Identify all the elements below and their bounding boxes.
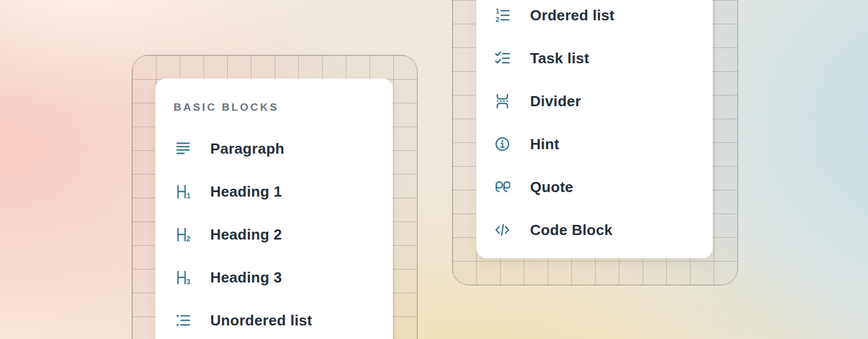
section-label: BASIC BLOCKS [173, 101, 279, 114]
menu-item-task-list[interactable]: Task list [476, 37, 713, 80]
svg-text:1: 1 [496, 7, 500, 15]
menu-item-code-block[interactable]: Code Block [476, 208, 713, 251]
menu-item-unordered-list[interactable]: Unordered list [155, 299, 393, 339]
task-list-icon [494, 50, 510, 66]
svg-text:1: 1 [186, 192, 190, 199]
menu-item-label: Heading 1 [210, 183, 282, 201]
menu-item-label: Divider [530, 93, 581, 110]
svg-text:2: 2 [496, 16, 500, 23]
paragraph-icon [175, 141, 191, 157]
menu-item-label: Unordered list [210, 312, 312, 329]
unordered-list-icon [175, 312, 191, 328]
menu-item-label: Task list [530, 50, 589, 67]
menu-item-heading-2[interactable]: 2 Heading 2 [155, 213, 393, 256]
menu-item-heading-3[interactable]: 3 Heading 3 [155, 256, 393, 299]
menu-item-label: Heading 3 [210, 269, 282, 286]
divider-icon [494, 93, 510, 109]
menu-item-label: Code Block [530, 221, 613, 239]
blocks-menu-continued: 1 2 Ordered list [476, 0, 713, 258]
basic-blocks-menu: BASIC BLOCKS Paragraph 1 Heading 1 [155, 79, 393, 339]
menu-item-label: Hint [530, 136, 559, 153]
menu-item-quote[interactable]: Quote [476, 166, 713, 208]
menu-item-label: Heading 2 [210, 226, 282, 244]
menu-item-label: Ordered list [530, 7, 615, 24]
menu-item-hint[interactable]: Hint [476, 123, 713, 166]
heading-1-icon: 1 [175, 184, 191, 199]
menu-item-label: Paragraph [210, 140, 284, 158]
menu-item-ordered-list[interactable]: 1 2 Ordered list [476, 0, 713, 37]
heading-3-icon: 3 [175, 270, 191, 285]
menu-item-paragraph[interactable]: Paragraph [155, 127, 393, 170]
svg-text:2: 2 [186, 234, 190, 242]
canvas: BASIC BLOCKS Paragraph 1 Heading 1 [0, 0, 868, 339]
code-block-icon [494, 222, 510, 238]
heading-2-icon: 2 [175, 227, 191, 242]
quote-icon [494, 179, 510, 195]
svg-text:3: 3 [186, 277, 190, 285]
menu-item-heading-1[interactable]: 1 Heading 1 [155, 170, 393, 213]
menu-item-divider[interactable]: Divider [476, 80, 713, 123]
hint-icon [494, 136, 510, 152]
menu-item-label: Quote [530, 179, 574, 196]
ordered-list-icon: 1 2 [494, 7, 510, 23]
